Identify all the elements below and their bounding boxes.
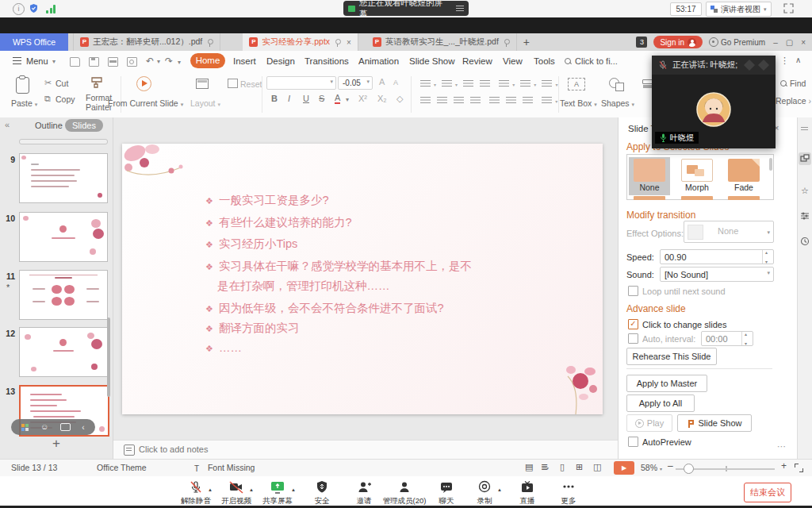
speed-input[interactable]: 00.90 (660, 249, 774, 264)
more-options-icon[interactable]: ⋮ (780, 56, 789, 66)
tab-doc-2-active[interactable]: P 实习经验分享.pptx × (243, 33, 358, 51)
history-pane-icon[interactable] (799, 235, 811, 248)
copy-button[interactable]: Copy (56, 94, 75, 104)
overlay-video-area[interactable]: 叶晓煜 (652, 75, 776, 148)
watching-screen-banner[interactable]: 您正在观看叶晓煜的屏幕 (343, 1, 469, 16)
minimize-icon[interactable]: – (773, 38, 778, 47)
replace-button[interactable]: Replace › (776, 96, 811, 106)
collapse-ribbon-icon[interactable]: ∧ (795, 56, 801, 64)
paste-button[interactable]: Paste ▾ (11, 98, 37, 108)
zoom-out-icon[interactable]: – (668, 460, 673, 471)
shrink-font-button[interactable]: A (393, 79, 398, 87)
tab-doc-3[interactable]: P 英语教研实习生_..._叶晓煜.pdf (366, 33, 517, 51)
play-button[interactable]: Play (626, 414, 672, 432)
more-button[interactable]: 更多 (543, 480, 594, 506)
redo-icon[interactable]: ↷ (165, 56, 173, 67)
tab-tools[interactable]: Tools (534, 56, 555, 66)
print-icon[interactable] (108, 57, 118, 67)
slide-thumbnail-11[interactable] (19, 270, 108, 320)
zoom-level[interactable]: 58% (641, 463, 657, 472)
tab-outline[interactable]: Outline (35, 121, 63, 130)
restore-window-icon[interactable]: ▢ (786, 38, 793, 47)
share-options-caret[interactable]: ▲ (291, 487, 296, 492)
slide-show-button[interactable]: Slide Show (677, 414, 752, 432)
rehearse-button[interactable]: Rehearse This Slide (626, 348, 717, 365)
undo-icon[interactable]: ↶ (146, 56, 154, 67)
superscript-button[interactable]: X² (358, 94, 367, 103)
apply-to-master-button[interactable]: Apply to Master (626, 375, 707, 392)
tab-review[interactable]: Review (462, 56, 492, 66)
auto-interval-checkbox[interactable] (628, 333, 638, 344)
undo-caret-icon[interactable]: ▾ (157, 58, 160, 65)
panel-scrollbar-vertical[interactable] (107, 318, 110, 397)
layout-picker-icon[interactable] (21, 424, 29, 431)
save-icon[interactable] (89, 57, 99, 67)
auto-interval-input[interactable]: 00:00 (701, 331, 753, 346)
font-size-combo[interactable]: -0.05 ▾ (338, 76, 373, 90)
animation-pane-icon[interactable]: ☆ (799, 184, 811, 197)
banner-menu-icon[interactable] (456, 8, 464, 9)
tab-view[interactable]: View (503, 56, 523, 66)
fit-to-window-icon[interactable] (795, 464, 803, 472)
view-mode-button[interactable]: 演讲者视图 ▾ (706, 2, 772, 17)
font-name-combo[interactable]: ▾ (266, 76, 336, 90)
properties-pane-icon[interactable] (799, 210, 811, 222)
layout-button[interactable]: Layout ▾ (190, 98, 220, 108)
open-file-icon[interactable] (70, 57, 80, 67)
ribbon-search[interactable]: Click to fi... (565, 56, 618, 66)
transition-pane-icon[interactable] (799, 152, 811, 165)
pin-icon[interactable] (334, 39, 341, 46)
transition-fade[interactable]: Fade (723, 157, 764, 195)
bold-button[interactable]: B (271, 94, 278, 103)
transition-morph[interactable]: Morph (676, 157, 718, 195)
theme-name[interactable]: Office Theme (97, 463, 147, 472)
zoom-caret[interactable]: ▾ (660, 466, 662, 471)
slide-thumbnail-12[interactable] (19, 327, 108, 377)
close-window-icon[interactable]: × (801, 38, 806, 47)
wps-office-button[interactable]: WPS Office (0, 33, 68, 51)
rail-menu-icon[interactable] (801, 127, 808, 128)
paste-icon[interactable] (16, 77, 29, 94)
collapse-toolbar-icon[interactable]: ‹ (82, 423, 84, 432)
highlight-button[interactable]: ◇ (396, 94, 403, 104)
slideshow-play-button[interactable]: ▶ (614, 461, 634, 475)
find-button[interactable]: Find (780, 79, 806, 88)
italic-button[interactable]: I (288, 94, 290, 103)
slide-thumbnail-9[interactable] (19, 153, 108, 203)
sound-dropdown[interactable]: [No Sound] ▾ (660, 267, 774, 282)
paragraph-icons-row1[interactable]: ▾ ▾ ▾ ▾ ▾ (417, 80, 557, 90)
font-color-caret[interactable]: ▾ (346, 96, 349, 103)
new-tab-button[interactable]: + (517, 33, 536, 51)
notes-view-icon[interactable]: ▤ (525, 462, 533, 472)
from-current-slide-button[interactable]: From Current Slide ▾ (108, 98, 183, 108)
cut-button[interactable]: Cut (56, 79, 68, 88)
subscript-button[interactable]: X₂ (377, 94, 387, 103)
gallery-scrollbar[interactable] (769, 158, 772, 171)
text-box-button[interactable]: Text Box ▾ (560, 98, 597, 108)
tab-insert[interactable]: Insert (233, 56, 256, 66)
go-premium-button[interactable]: Go Premium (709, 37, 765, 47)
grow-font-button[interactable]: A (379, 77, 385, 87)
tab-home[interactable]: Home (190, 53, 225, 68)
strikethrough-button[interactable]: S (319, 94, 324, 103)
print-preview-icon[interactable] (127, 57, 137, 67)
sign-in-button[interactable]: Sign in (653, 36, 703, 48)
tab-transitions[interactable]: Transitions (304, 56, 349, 66)
speaker-video-overlay[interactable]: 正在讲话: 叶晓煜; 叶晓煜 (652, 56, 776, 148)
reset-button[interactable]: Reset (240, 79, 262, 89)
panel-more-icon[interactable]: ⋯ (777, 441, 786, 452)
fullscreen-expand-icon[interactable] (783, 3, 794, 13)
zoom-slider-knob[interactable] (684, 464, 694, 474)
slide-canvas[interactable]: ❖一般实习工资是多少? ❖有些什么建议培养的能力? ❖实习经历小Tips ❖实习… (122, 144, 603, 414)
outline-view-caret[interactable]: ▾ (546, 465, 549, 471)
split-view-icon[interactable]: ◫ (593, 462, 601, 472)
doc-count-badge[interactable]: 3 (636, 37, 647, 48)
tab-design[interactable]: Design (266, 56, 295, 66)
underline-button[interactable]: U (303, 94, 309, 103)
slide-sorter-icon[interactable]: ⊞ (576, 462, 583, 472)
emoji-icon[interactable]: ☺ (40, 423, 48, 431)
collapse-panel-icon[interactable]: « (5, 120, 10, 129)
autopreview-checkbox[interactable] (628, 437, 638, 447)
pin-icon[interactable] (503, 39, 510, 46)
zoom-in-icon[interactable]: + (781, 460, 787, 471)
